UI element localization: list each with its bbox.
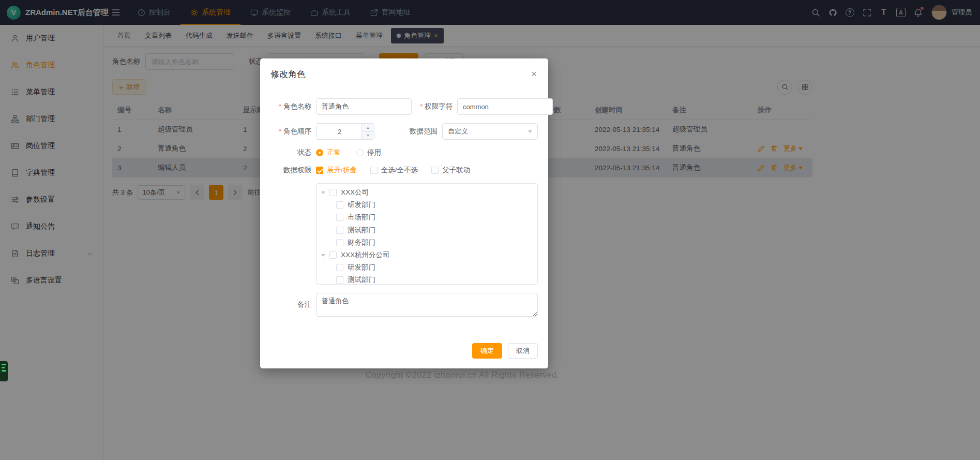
tree-row: XXX公司 研发部门 市场部门 测试部门 财务部门 <box>270 183 538 285</box>
dialog-footer: 确定 取消 <box>270 343 538 359</box>
tree-node[interactable]: XXX杭州分公司 <box>316 249 537 261</box>
chevron-down-icon <box>528 130 532 135</box>
tree-node[interactable]: 市场部门 <box>316 211 537 224</box>
select-all-checkbox[interactable]: 全选/全不选 <box>370 166 418 175</box>
tree-node-label: 测试部门 <box>348 275 375 285</box>
remark-label: 备注 <box>270 300 316 309</box>
edit-role-dialog: 修改角色 × 角色名称 权限字符 角色顺序 2 ▴ ▾ <box>260 58 548 368</box>
data-scope-value: 自定义 <box>448 127 468 136</box>
role-name-field[interactable] <box>316 98 412 115</box>
role-order-stepper[interactable]: 2 ▴ ▾ <box>316 123 374 140</box>
confirm-button[interactable]: 确定 <box>472 343 502 359</box>
cancel-button[interactable]: 取消 <box>508 343 538 359</box>
status-radio-disabled[interactable]: 停用 <box>356 148 381 157</box>
tree-node-label: 财务部门 <box>348 238 375 247</box>
dialog-title: 修改角色 <box>270 68 538 80</box>
parent-child-link-checkbox[interactable]: 父子联动 <box>431 166 470 175</box>
status-row: 状态 正常 停用 <box>270 148 538 157</box>
tree-node[interactable]: XXX公司 <box>316 186 537 199</box>
edit-role-form: 角色名称 权限字符 角色顺序 2 ▴ ▾ 数据范围 <box>270 98 538 325</box>
dock-widget-icon[interactable] <box>0 361 8 381</box>
data-permission-row: 数据权限 展开/折叠 全选/全不选 父子联动 <box>270 166 538 175</box>
data-scope-item: 数据范围 自定义 <box>397 123 538 140</box>
cancel-label: 取消 <box>516 346 530 355</box>
checkbox-icon[interactable] <box>336 239 343 246</box>
checkbox-icon[interactable] <box>329 189 337 196</box>
decrease-button[interactable]: ▾ <box>362 132 374 140</box>
stepper-controls: ▴ ▾ <box>361 124 374 139</box>
checkbox-label: 全选/全不选 <box>381 166 418 175</box>
tree-node-label: XXX杭州分公司 <box>341 250 390 260</box>
caret-down-icon[interactable] <box>321 254 325 259</box>
confirm-label: 确定 <box>480 346 494 355</box>
expand-collapse-checkbox[interactable]: 展开/折叠 <box>316 166 357 175</box>
dept-tree: XXX公司 研发部门 市场部门 测试部门 财务部门 <box>316 183 538 285</box>
status-label: 状态 <box>270 148 316 157</box>
perm-char-label: 权限字符 <box>412 102 457 111</box>
radio-icon <box>316 149 323 156</box>
checkbox-icon[interactable] <box>329 251 337 259</box>
tree-node[interactable]: 测试部门 <box>316 274 537 285</box>
data-permission-label: 数据权限 <box>270 166 316 175</box>
close-icon[interactable]: × <box>531 69 537 79</box>
tree-node[interactable]: 财务部门 <box>316 236 537 249</box>
checkbox-label: 父子联动 <box>442 166 470 175</box>
data-scope-label: 数据范围 <box>397 127 442 136</box>
perm-char-item: 权限字符 <box>412 98 553 115</box>
role-name-label: 角色名称 <box>270 102 316 111</box>
checkbox-label: 展开/折叠 <box>327 166 357 175</box>
checkbox-icon[interactable] <box>336 227 343 234</box>
tree-node-label: 市场部门 <box>348 213 375 222</box>
remark-field[interactable]: 普通角色 <box>316 293 538 317</box>
checkbox-icon[interactable] <box>336 214 343 221</box>
role-order-label: 角色顺序 <box>270 127 316 136</box>
checkbox-icon[interactable] <box>336 201 343 209</box>
caret-down-icon[interactable] <box>321 191 325 196</box>
role-name-item: 角色名称 <box>270 98 412 115</box>
radio-label: 正常 <box>327 148 341 157</box>
checkbox-icon[interactable] <box>336 264 343 271</box>
tree-node[interactable]: 测试部门 <box>316 224 537 236</box>
checkbox-icon <box>316 167 323 174</box>
tree-node[interactable]: 研发部门 <box>316 261 537 274</box>
tree-node-label: XXX公司 <box>341 188 369 197</box>
checkbox-icon <box>370 167 378 174</box>
status-radio-normal[interactable]: 正常 <box>316 148 341 157</box>
tree-node-label: 研发部门 <box>348 263 375 272</box>
perm-char-field[interactable] <box>457 98 553 115</box>
tree-node[interactable]: 研发部门 <box>316 199 537 211</box>
tree-node-label: 研发部门 <box>348 200 375 210</box>
radio-icon <box>356 149 364 156</box>
remark-row: 备注 普通角色 <box>270 293 538 317</box>
form-row: 角色名称 权限字符 <box>270 98 538 115</box>
increase-button[interactable]: ▴ <box>362 124 374 132</box>
checkbox-icon[interactable] <box>336 276 343 284</box>
tree-node-label: 测试部门 <box>348 226 375 235</box>
radio-label: 停用 <box>367 148 381 157</box>
checkbox-icon <box>431 167 439 174</box>
data-scope-select[interactable]: 自定义 <box>442 123 538 140</box>
form-row: 角色顺序 2 ▴ ▾ 数据范围 自定义 <box>270 123 538 140</box>
role-order-item: 角色顺序 2 ▴ ▾ <box>270 123 397 140</box>
